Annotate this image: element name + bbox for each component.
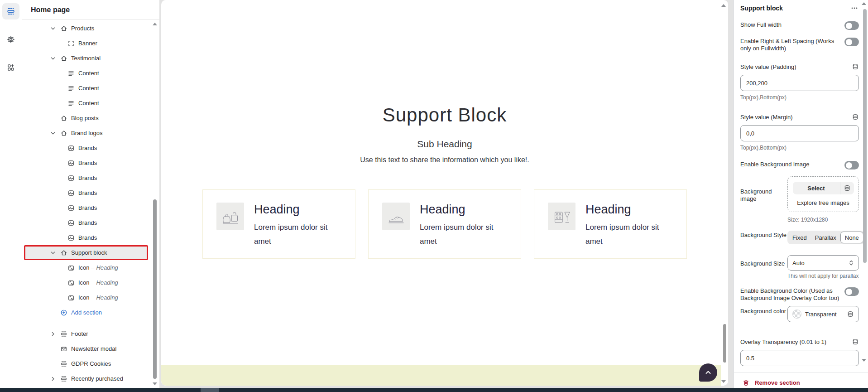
dynamic-source-icon[interactable]: [847, 310, 854, 318]
show-full-width-toggle[interactable]: [844, 21, 859, 30]
chevron-right-icon[interactable]: [49, 376, 57, 382]
panel-scrollbar-thumb[interactable]: [863, 9, 867, 263]
sidebar-item-brands[interactable]: Brands: [22, 200, 159, 215]
margin-label: Style value (Margin): [740, 114, 793, 121]
enable-bg-image-toggle[interactable]: [844, 161, 859, 169]
dynamic-source-icon[interactable]: [852, 113, 859, 121]
dynamic-source-icon[interactable]: [852, 63, 859, 70]
chevron-down-icon[interactable]: [49, 250, 57, 256]
image-icon: [67, 160, 75, 167]
padding-input[interactable]: [740, 75, 859, 91]
ellipsis-menu-icon[interactable]: [850, 6, 859, 10]
rail-item-apps[interactable]: [2, 59, 19, 76]
bg-size-select[interactable]: Auto: [787, 255, 859, 271]
chevron-down-icon[interactable]: [49, 56, 57, 61]
sidebar-item-testimonial[interactable]: Testimonial: [22, 51, 159, 66]
panel-scroll-up-arrow[interactable]: [862, 2, 866, 5]
rail-item-sections[interactable]: [2, 3, 19, 19]
chevron-down-icon[interactable]: [49, 131, 57, 136]
enable-bg-color-row: Enable Background Color (Used as Backgro…: [740, 287, 859, 301]
enable-spacing-toggle[interactable]: [844, 38, 859, 46]
drinks-illustration-icon: [548, 203, 575, 230]
sidebar-item-brands[interactable]: Brands: [22, 185, 159, 200]
panel-title: Support block: [740, 5, 783, 12]
image-icon: [67, 204, 75, 212]
remove-section-button[interactable]: Remove section: [742, 379, 859, 387]
enable-spacing-label: Enable Right & Left Spacing (Works only …: [740, 38, 844, 52]
sidebar-item-label: Support block: [71, 249, 107, 256]
enable-bg-color-toggle[interactable]: [844, 287, 859, 296]
margin-input[interactable]: [740, 125, 859, 141]
plus-circle-icon: [60, 309, 67, 316]
canvas-scrollbar-thumb[interactable]: [723, 324, 726, 363]
bg-image-select-button[interactable]: Select: [793, 182, 854, 194]
sidebar-item-content[interactable]: Content: [22, 96, 159, 111]
sidebar-item-label: Brands: [78, 204, 97, 211]
chevron-up-icon: [705, 369, 712, 376]
chevron-down-icon[interactable]: [49, 26, 57, 31]
dynamic-source-icon[interactable]: [852, 338, 859, 345]
sidebar-item-icon-heading[interactable]: Icon – Heading: [22, 260, 159, 275]
sidebar-item-label: Brands: [78, 189, 97, 196]
sidebar-item-blog-posts[interactable]: Blog posts: [22, 111, 159, 126]
sidebar-scrollbar-thumb[interactable]: [153, 199, 157, 379]
sidebar-scroll-up-arrow[interactable]: [153, 23, 157, 25]
sidebar-item-icon-heading[interactable]: Icon – Heading: [22, 275, 159, 290]
sidebar-item-footer[interactable]: Footer: [22, 326, 159, 341]
sidebar-item-brands[interactable]: Brands: [22, 230, 159, 245]
bg-style-option-fixed[interactable]: Fixed: [788, 232, 811, 243]
sidebar-scroll-down-arrow[interactable]: [153, 382, 157, 385]
card-heading: Heading: [420, 203, 510, 217]
bg-color-picker[interactable]: Transparent: [787, 306, 859, 322]
overlay-field-header: Overlay Transparency (0.01 to 1): [740, 338, 859, 345]
support-card: Heading Lorem ipsum dolor sit amet: [368, 189, 521, 259]
sidebar-item-brands[interactable]: Brands: [22, 215, 159, 230]
panel-footer: Remove section: [734, 373, 868, 387]
left-icon-rail: [0, 0, 22, 388]
sidebar-item-products[interactable]: Products: [22, 21, 159, 36]
sidebar-item-brand-logos[interactable]: Brand logos: [22, 126, 159, 140]
chevron-right-icon[interactable]: [49, 331, 57, 337]
sidebar-item-label: Brand logos: [71, 130, 102, 136]
image-block-icon: [67, 294, 75, 301]
enable-bg-color-label: Enable Background Color (Used as Backgro…: [740, 287, 844, 301]
canvas-scroll-down-arrow[interactable]: [721, 380, 726, 383]
sidebar-item-content[interactable]: Content: [22, 81, 159, 96]
image-icon: [67, 234, 75, 242]
sidebar-item-icon-heading[interactable]: Icon – Heading: [22, 290, 159, 305]
rail-item-theme-settings[interactable]: [2, 31, 19, 48]
add-section-button[interactable]: Add section: [22, 305, 159, 320]
section-description: Use this text to share the information w…: [161, 156, 728, 164]
bg-color-row: Background color Transparent: [740, 306, 859, 322]
home-icon: [60, 249, 67, 256]
sidebar-item-gdpr-cookies[interactable]: GDPR Cookies: [22, 356, 159, 371]
sidebar-item-banner[interactable]: Banner: [22, 36, 159, 51]
bg-image-size-note: Size: 1920x1280: [787, 217, 859, 223]
scroll-to-top-button[interactable]: [699, 363, 717, 382]
image-icon: [67, 189, 75, 197]
canvas-scroll-up-arrow[interactable]: [721, 4, 726, 7]
sidebar-item-brands[interactable]: Brands: [22, 155, 159, 170]
sidebar-item-brands[interactable]: Brands: [22, 140, 159, 155]
card-body: Lorem ipsum dolor sit amet: [420, 220, 510, 248]
sidebar-item-content[interactable]: Content: [22, 66, 159, 81]
bg-style-label: Background Style: [740, 231, 787, 239]
explore-free-images-link[interactable]: Explore free images: [797, 199, 849, 206]
theme-preview-canvas: Support Block Sub Heading Use this text …: [161, 0, 728, 386]
panel-scroll-down-arrow[interactable]: [862, 359, 866, 362]
bg-style-option-none[interactable]: None: [840, 232, 863, 243]
support-block-section: Support Block Sub Heading Use this text …: [161, 0, 728, 259]
bg-style-option-parallax[interactable]: Parallax: [811, 232, 840, 243]
card-body: Lorem ipsum dolor sit amet: [254, 220, 345, 248]
dynamic-source-icon[interactable]: [840, 184, 854, 192]
section-settings-panel: Support block Show Full width Enable Rig…: [734, 0, 868, 388]
sidebar-item-brands[interactable]: Brands: [22, 170, 159, 185]
bottom-bar: [0, 388, 868, 392]
remove-section-label: Remove section: [755, 379, 800, 386]
overlay-input[interactable]: [740, 350, 859, 366]
sidebar-item-recently-purchased[interactable]: Recently purchased: [22, 371, 159, 386]
sidebar-item-newsletter-modal[interactable]: Newsletter modal: [22, 341, 159, 356]
shoes-illustration-icon: [382, 203, 410, 230]
sidebar-item-support-block[interactable]: Support block: [24, 245, 148, 260]
bg-size-row: Background Size Auto: [740, 255, 859, 271]
